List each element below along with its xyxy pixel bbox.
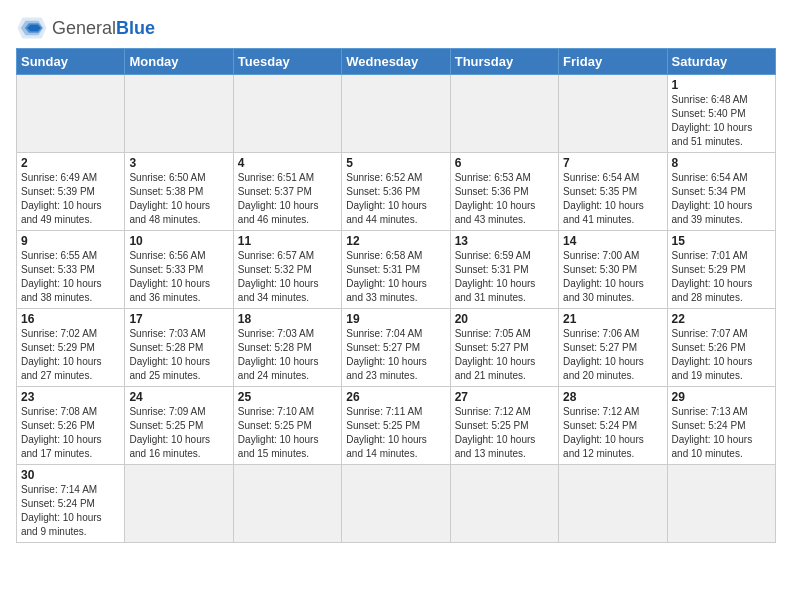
day-info: Sunrise: 7:08 AMSunset: 5:26 PMDaylight:… bbox=[21, 405, 120, 461]
day-number: 10 bbox=[129, 234, 228, 248]
logo-text: GeneralBlue bbox=[52, 19, 155, 38]
weekday-header-friday: Friday bbox=[559, 49, 667, 75]
page: GeneralBlue SundayMondayTuesdayWednesday… bbox=[0, 0, 792, 553]
calendar-cell: 23Sunrise: 7:08 AMSunset: 5:26 PMDayligh… bbox=[17, 387, 125, 465]
calendar-cell bbox=[342, 465, 450, 543]
day-number: 21 bbox=[563, 312, 662, 326]
weekday-header-tuesday: Tuesday bbox=[233, 49, 341, 75]
calendar-cell: 15Sunrise: 7:01 AMSunset: 5:29 PMDayligh… bbox=[667, 231, 775, 309]
day-info: Sunrise: 6:52 AMSunset: 5:36 PMDaylight:… bbox=[346, 171, 445, 227]
day-number: 6 bbox=[455, 156, 554, 170]
day-info: Sunrise: 6:55 AMSunset: 5:33 PMDaylight:… bbox=[21, 249, 120, 305]
calendar-cell: 11Sunrise: 6:57 AMSunset: 5:32 PMDayligh… bbox=[233, 231, 341, 309]
day-number: 25 bbox=[238, 390, 337, 404]
day-number: 18 bbox=[238, 312, 337, 326]
day-info: Sunrise: 7:10 AMSunset: 5:25 PMDaylight:… bbox=[238, 405, 337, 461]
day-info: Sunrise: 7:07 AMSunset: 5:26 PMDaylight:… bbox=[672, 327, 771, 383]
day-number: 20 bbox=[455, 312, 554, 326]
calendar-cell: 3Sunrise: 6:50 AMSunset: 5:38 PMDaylight… bbox=[125, 153, 233, 231]
day-number: 14 bbox=[563, 234, 662, 248]
weekday-header-row: SundayMondayTuesdayWednesdayThursdayFrid… bbox=[17, 49, 776, 75]
day-info: Sunrise: 7:09 AMSunset: 5:25 PMDaylight:… bbox=[129, 405, 228, 461]
calendar-cell: 7Sunrise: 6:54 AMSunset: 5:35 PMDaylight… bbox=[559, 153, 667, 231]
logo: GeneralBlue bbox=[16, 10, 155, 42]
day-number: 17 bbox=[129, 312, 228, 326]
week-row-4: 23Sunrise: 7:08 AMSunset: 5:26 PMDayligh… bbox=[17, 387, 776, 465]
day-number: 23 bbox=[21, 390, 120, 404]
day-info: Sunrise: 6:56 AMSunset: 5:33 PMDaylight:… bbox=[129, 249, 228, 305]
day-number: 13 bbox=[455, 234, 554, 248]
calendar-cell: 2Sunrise: 6:49 AMSunset: 5:39 PMDaylight… bbox=[17, 153, 125, 231]
calendar-cell: 25Sunrise: 7:10 AMSunset: 5:25 PMDayligh… bbox=[233, 387, 341, 465]
day-info: Sunrise: 7:06 AMSunset: 5:27 PMDaylight:… bbox=[563, 327, 662, 383]
calendar-cell bbox=[233, 75, 341, 153]
calendar-cell bbox=[450, 75, 558, 153]
day-info: Sunrise: 6:58 AMSunset: 5:31 PMDaylight:… bbox=[346, 249, 445, 305]
day-info: Sunrise: 7:00 AMSunset: 5:30 PMDaylight:… bbox=[563, 249, 662, 305]
day-info: Sunrise: 7:12 AMSunset: 5:24 PMDaylight:… bbox=[563, 405, 662, 461]
day-number: 9 bbox=[21, 234, 120, 248]
day-number: 22 bbox=[672, 312, 771, 326]
day-number: 12 bbox=[346, 234, 445, 248]
calendar-cell: 22Sunrise: 7:07 AMSunset: 5:26 PMDayligh… bbox=[667, 309, 775, 387]
day-info: Sunrise: 6:51 AMSunset: 5:37 PMDaylight:… bbox=[238, 171, 337, 227]
calendar-cell: 8Sunrise: 6:54 AMSunset: 5:34 PMDaylight… bbox=[667, 153, 775, 231]
day-number: 27 bbox=[455, 390, 554, 404]
calendar-cell bbox=[125, 75, 233, 153]
weekday-header-thursday: Thursday bbox=[450, 49, 558, 75]
day-info: Sunrise: 6:59 AMSunset: 5:31 PMDaylight:… bbox=[455, 249, 554, 305]
calendar-cell: 29Sunrise: 7:13 AMSunset: 5:24 PMDayligh… bbox=[667, 387, 775, 465]
day-info: Sunrise: 6:49 AMSunset: 5:39 PMDaylight:… bbox=[21, 171, 120, 227]
logo-general-text: General bbox=[52, 18, 116, 38]
calendar-cell: 9Sunrise: 6:55 AMSunset: 5:33 PMDaylight… bbox=[17, 231, 125, 309]
logo-icon bbox=[16, 14, 48, 42]
day-number: 30 bbox=[21, 468, 120, 482]
day-number: 2 bbox=[21, 156, 120, 170]
day-number: 4 bbox=[238, 156, 337, 170]
calendar-cell bbox=[233, 465, 341, 543]
day-number: 3 bbox=[129, 156, 228, 170]
day-number: 28 bbox=[563, 390, 662, 404]
weekday-header-monday: Monday bbox=[125, 49, 233, 75]
day-info: Sunrise: 6:57 AMSunset: 5:32 PMDaylight:… bbox=[238, 249, 337, 305]
day-info: Sunrise: 7:05 AMSunset: 5:27 PMDaylight:… bbox=[455, 327, 554, 383]
weekday-header-sunday: Sunday bbox=[17, 49, 125, 75]
header: GeneralBlue bbox=[16, 10, 776, 42]
calendar-cell bbox=[17, 75, 125, 153]
day-info: Sunrise: 7:01 AMSunset: 5:29 PMDaylight:… bbox=[672, 249, 771, 305]
calendar-cell: 27Sunrise: 7:12 AMSunset: 5:25 PMDayligh… bbox=[450, 387, 558, 465]
calendar-cell: 10Sunrise: 6:56 AMSunset: 5:33 PMDayligh… bbox=[125, 231, 233, 309]
calendar-cell: 14Sunrise: 7:00 AMSunset: 5:30 PMDayligh… bbox=[559, 231, 667, 309]
calendar-cell bbox=[450, 465, 558, 543]
day-info: Sunrise: 7:11 AMSunset: 5:25 PMDaylight:… bbox=[346, 405, 445, 461]
day-number: 7 bbox=[563, 156, 662, 170]
calendar-cell: 24Sunrise: 7:09 AMSunset: 5:25 PMDayligh… bbox=[125, 387, 233, 465]
day-info: Sunrise: 6:54 AMSunset: 5:34 PMDaylight:… bbox=[672, 171, 771, 227]
week-row-5: 30Sunrise: 7:14 AMSunset: 5:24 PMDayligh… bbox=[17, 465, 776, 543]
calendar-cell bbox=[667, 465, 775, 543]
day-number: 15 bbox=[672, 234, 771, 248]
day-number: 29 bbox=[672, 390, 771, 404]
week-row-3: 16Sunrise: 7:02 AMSunset: 5:29 PMDayligh… bbox=[17, 309, 776, 387]
day-number: 24 bbox=[129, 390, 228, 404]
day-info: Sunrise: 7:04 AMSunset: 5:27 PMDaylight:… bbox=[346, 327, 445, 383]
day-info: Sunrise: 7:03 AMSunset: 5:28 PMDaylight:… bbox=[238, 327, 337, 383]
weekday-header-saturday: Saturday bbox=[667, 49, 775, 75]
day-number: 19 bbox=[346, 312, 445, 326]
day-number: 1 bbox=[672, 78, 771, 92]
calendar-cell: 28Sunrise: 7:12 AMSunset: 5:24 PMDayligh… bbox=[559, 387, 667, 465]
calendar-cell: 16Sunrise: 7:02 AMSunset: 5:29 PMDayligh… bbox=[17, 309, 125, 387]
day-info: Sunrise: 7:03 AMSunset: 5:28 PMDaylight:… bbox=[129, 327, 228, 383]
weekday-header-wednesday: Wednesday bbox=[342, 49, 450, 75]
logo-blue-text: Blue bbox=[116, 18, 155, 38]
calendar-cell: 30Sunrise: 7:14 AMSunset: 5:24 PMDayligh… bbox=[17, 465, 125, 543]
calendar-cell: 1Sunrise: 6:48 AMSunset: 5:40 PMDaylight… bbox=[667, 75, 775, 153]
day-info: Sunrise: 6:48 AMSunset: 5:40 PMDaylight:… bbox=[672, 93, 771, 149]
day-number: 8 bbox=[672, 156, 771, 170]
calendar-cell: 4Sunrise: 6:51 AMSunset: 5:37 PMDaylight… bbox=[233, 153, 341, 231]
week-row-1: 2Sunrise: 6:49 AMSunset: 5:39 PMDaylight… bbox=[17, 153, 776, 231]
day-info: Sunrise: 7:12 AMSunset: 5:25 PMDaylight:… bbox=[455, 405, 554, 461]
day-info: Sunrise: 6:50 AMSunset: 5:38 PMDaylight:… bbox=[129, 171, 228, 227]
calendar-cell: 13Sunrise: 6:59 AMSunset: 5:31 PMDayligh… bbox=[450, 231, 558, 309]
calendar-cell bbox=[125, 465, 233, 543]
